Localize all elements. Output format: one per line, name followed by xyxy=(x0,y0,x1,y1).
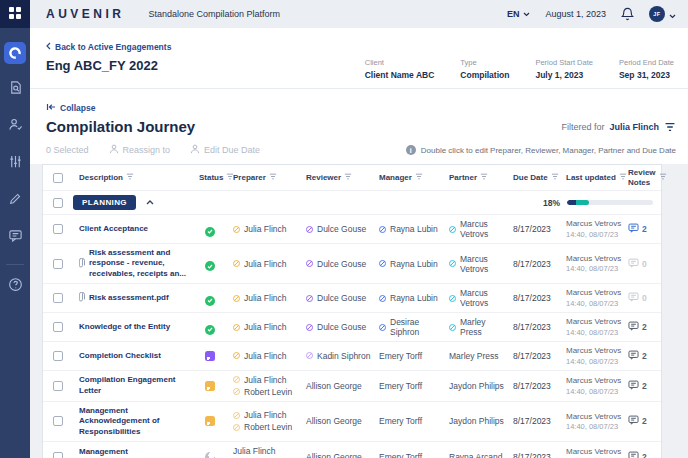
notes-count: 2 xyxy=(642,452,647,458)
sidebar-item-file-review[interactable] xyxy=(0,71,30,108)
collapse-button[interactable]: Collapse xyxy=(46,103,95,113)
sidebar-item-assignments[interactable] xyxy=(0,108,30,145)
task-link[interactable]: Risk assessment.pdf xyxy=(89,293,169,303)
task-link[interactable]: Management Representations Letter xyxy=(79,447,189,458)
row-checkbox[interactable] xyxy=(53,416,63,426)
row-checkbox[interactable] xyxy=(53,351,63,361)
reassign-label: Reassign to xyxy=(123,145,171,155)
manager-name: Rayna Lubin xyxy=(390,293,438,303)
collapse-section-icon[interactable] xyxy=(146,200,154,205)
meta-client: Client Client Name ABC xyxy=(365,58,435,80)
reviewer-cell: Allison George xyxy=(306,452,379,458)
help-icon xyxy=(8,277,23,296)
row-checkbox[interactable] xyxy=(53,452,63,458)
column-label: Reviewer xyxy=(306,173,341,182)
task-link[interactable]: Client Acceptance xyxy=(79,224,148,234)
row-checkbox[interactable] xyxy=(53,259,63,269)
notes-count: 2 xyxy=(642,224,647,234)
column-label: Description xyxy=(79,173,123,182)
pencil-icon xyxy=(8,192,22,210)
notes-count: 0 xyxy=(642,259,647,269)
status-complete-icon xyxy=(205,325,215,335)
back-link[interactable]: Back to Active Engagements xyxy=(46,42,171,52)
sidebar-item-comments[interactable] xyxy=(0,219,30,256)
column-header-partner[interactable]: Partner xyxy=(449,173,513,182)
sort-icon[interactable] xyxy=(659,173,667,182)
column-header-due-date[interactable]: Due Date xyxy=(513,173,566,182)
task-link[interactable]: Management Acknowledgement of Responsibi… xyxy=(79,406,189,437)
filter-icon[interactable] xyxy=(664,122,676,132)
row-checkbox[interactable] xyxy=(53,381,63,391)
sidebar-item-compilation-journey[interactable] xyxy=(0,34,30,71)
partner-name: Rayna Arcand xyxy=(449,452,502,458)
last-updated-cell: Marcus Vetrovs14:40, 08/07/23 xyxy=(566,254,628,274)
row-checkbox[interactable] xyxy=(53,293,63,303)
preparer-cell: Julia Flinch Robert Levin xyxy=(233,446,306,458)
column-header-review-notes[interactable]: Review Notes xyxy=(628,168,662,186)
row-checkbox[interactable] xyxy=(53,322,63,332)
sidebar-item-adjustments[interactable] xyxy=(0,145,30,182)
preparer-cell: Julia Flinch Robert Levin xyxy=(233,410,306,432)
column-header-manager[interactable]: Manager xyxy=(379,173,449,182)
preparer-name: Julia Flinch xyxy=(244,322,287,332)
reviewer-name: Dulce Gouse xyxy=(317,322,366,332)
chevron-left-icon xyxy=(46,42,51,52)
column-header-preparer[interactable]: Preparer xyxy=(233,173,306,182)
review-notes-button[interactable]: 2 xyxy=(628,321,661,333)
reviewer-name: Dulce Gouse xyxy=(317,293,366,303)
sort-icon[interactable] xyxy=(415,173,423,182)
user-menu[interactable]: JF xyxy=(649,6,676,22)
sort-icon[interactable] xyxy=(126,173,134,182)
notifications-bell-icon[interactable] xyxy=(621,7,634,21)
task-link[interactable]: Knowledge of the Entity xyxy=(79,322,170,332)
status-in-progress-icon xyxy=(205,452,215,458)
preparer-avatar-icon xyxy=(233,388,240,395)
row-checkbox[interactable] xyxy=(53,224,63,234)
manager-name: Emery Torff xyxy=(379,381,422,391)
partner-name: Marcus Vetrovs xyxy=(460,288,509,308)
app-launcher-button[interactable] xyxy=(0,0,30,28)
review-notes-button[interactable]: 2 xyxy=(628,223,661,235)
filtered-user: Julia Flinch xyxy=(609,122,659,132)
section-checkbox[interactable] xyxy=(53,198,63,208)
sidebar-item-edit[interactable] xyxy=(0,182,30,219)
sort-icon[interactable] xyxy=(344,173,352,182)
review-notes-button[interactable]: 0 xyxy=(628,258,661,270)
preparer-name: Julia Flinch xyxy=(244,293,287,303)
column-header-reviewer[interactable]: Reviewer xyxy=(306,173,379,182)
last-updated-cell: Marcus Vetrovs14:40, 08/07/23 xyxy=(566,346,628,366)
review-notes-button[interactable]: 2 xyxy=(628,415,661,427)
language-selector[interactable]: EN xyxy=(507,9,531,19)
notes-icon xyxy=(628,451,639,458)
sort-icon[interactable] xyxy=(269,173,277,182)
task-link[interactable]: Completion Checklist xyxy=(79,351,161,361)
task-link[interactable]: Risk assessment and response - revenue, … xyxy=(89,248,189,279)
due-date: 8/17/2023 xyxy=(513,351,566,361)
column-header-last-updated[interactable]: Last updated xyxy=(566,173,628,182)
reassign-to-button[interactable]: Reassign to xyxy=(109,144,171,156)
column-header-description[interactable]: Description xyxy=(73,173,199,182)
updated-by: Marcus Vetrovs xyxy=(566,346,628,356)
manager-avatar-icon xyxy=(379,226,386,233)
review-notes-button[interactable]: 2 xyxy=(628,350,661,362)
selected-count: 0 Selected xyxy=(46,145,89,155)
preparer-avatar-icon xyxy=(233,352,240,359)
sort-icon[interactable] xyxy=(480,173,488,182)
sort-icon[interactable] xyxy=(619,173,627,182)
sort-icon[interactable] xyxy=(551,173,559,182)
updated-by: Marcus Vetrovs xyxy=(566,219,628,229)
review-notes-button[interactable]: 2 xyxy=(628,451,661,458)
notes-icon xyxy=(628,258,639,270)
task-link[interactable]: Compilation Engagement Letter xyxy=(79,375,189,396)
column-header-status[interactable]: Status xyxy=(199,173,233,182)
edit-due-date-button[interactable]: Edit Due Date xyxy=(190,144,260,156)
sidebar-item-help[interactable] xyxy=(0,268,30,305)
preparer-cell: Julia Flinch xyxy=(233,259,306,269)
updated-by: Marcus Vetrovs xyxy=(566,317,628,327)
partner-cell: Marley Press xyxy=(449,351,513,361)
notes-icon xyxy=(628,292,639,304)
select-all-checkbox[interactable] xyxy=(53,173,63,183)
review-notes-button[interactable]: 2 xyxy=(628,380,661,392)
info-icon: i xyxy=(406,145,416,155)
review-notes-button[interactable]: 0 xyxy=(628,292,661,304)
